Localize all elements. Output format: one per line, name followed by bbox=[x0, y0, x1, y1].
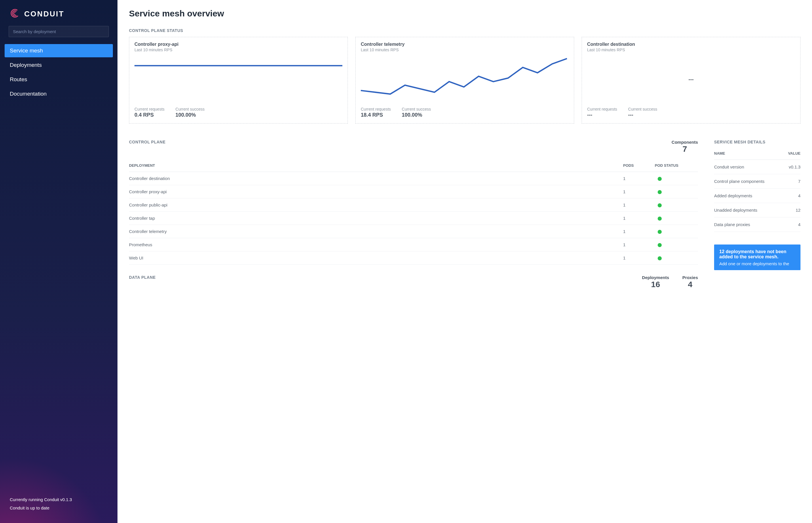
pods-count: 1 bbox=[623, 224, 655, 238]
pods-count: 1 bbox=[623, 211, 655, 224]
pods-count: 1 bbox=[623, 172, 655, 185]
sparkline-chart bbox=[134, 55, 343, 105]
notice-toast[interactable]: 12 deployments have not been added to th… bbox=[714, 245, 800, 270]
pod-status bbox=[655, 172, 698, 185]
table-row: Control plane components7 bbox=[714, 174, 800, 188]
status-card-telemetry: Controller telemetry Last 10 minutes RPS… bbox=[355, 37, 574, 124]
success-label: Current success bbox=[628, 107, 657, 111]
detail-value: 12 bbox=[769, 203, 800, 217]
details-heading: SERVICE MESH DETAILS bbox=[714, 140, 800, 144]
deployments-value: 16 bbox=[642, 280, 669, 289]
detail-name: Unadded deployments bbox=[714, 203, 769, 217]
sidebar-item-routes[interactable]: Routes bbox=[5, 73, 113, 86]
components-label: Components bbox=[671, 140, 698, 145]
card-subtitle: Last 10 minutes RPS bbox=[587, 48, 795, 52]
success-value: 100.00% bbox=[402, 112, 431, 118]
sidebar-item-deployments[interactable]: Deployments bbox=[5, 58, 113, 72]
detail-name: Control plane components bbox=[714, 174, 769, 188]
requests-value: 18.4 RPS bbox=[361, 112, 391, 118]
details-table: NAME VALUE Conduit versionv0.1.3Control … bbox=[714, 148, 800, 232]
col-name: NAME bbox=[714, 148, 769, 160]
components-value: 7 bbox=[671, 145, 698, 154]
deployments-label: Deployments bbox=[642, 275, 669, 280]
col-value: VALUE bbox=[769, 148, 800, 160]
deployment-name: Prometheus bbox=[129, 238, 623, 251]
toast-title: 12 deployments have not been added to th… bbox=[719, 249, 795, 259]
status-card-proxy-api: Controller proxy-api Last 10 minutes RPS… bbox=[129, 37, 348, 124]
table-row[interactable]: Web UI1 bbox=[129, 251, 698, 264]
status-dot-icon bbox=[658, 177, 662, 181]
pod-status bbox=[655, 238, 698, 251]
table-row[interactable]: Controller destination1 bbox=[129, 172, 698, 185]
deployment-name: Web UI bbox=[129, 251, 623, 264]
deployment-name: Controller public-api bbox=[129, 198, 623, 211]
requests-label: Current requests bbox=[587, 107, 617, 111]
status-dot-icon bbox=[658, 217, 662, 221]
col-deployment: DEPLOYMENT bbox=[129, 160, 623, 172]
brand: CONDUIT bbox=[0, 8, 117, 26]
detail-value: 4 bbox=[769, 188, 800, 203]
control-plane-table: DEPLOYMENT PODS POD STATUS Controller de… bbox=[129, 160, 698, 265]
pods-count: 1 bbox=[623, 185, 655, 198]
update-status-text: Conduit is up to date bbox=[10, 504, 108, 512]
sidebar-footer: Currently running Conduit v0.1.3 Conduit… bbox=[0, 495, 117, 515]
svg-point-2 bbox=[13, 12, 17, 15]
status-dot-icon bbox=[658, 203, 662, 208]
pods-count: 1 bbox=[623, 238, 655, 251]
table-row: Data plane proxies4 bbox=[714, 217, 800, 232]
deployment-name: Controller tap bbox=[129, 211, 623, 224]
main-content: Service mesh overview CONTROL PLANE STAT… bbox=[117, 0, 812, 523]
requests-label: Current requests bbox=[361, 107, 391, 111]
requests-value: 0.4 RPS bbox=[134, 112, 164, 118]
version-text: Currently running Conduit v0.1.3 bbox=[10, 495, 108, 504]
card-subtitle: Last 10 minutes RPS bbox=[361, 48, 569, 52]
table-row[interactable]: Controller tap1 bbox=[129, 211, 698, 224]
table-row[interactable]: Controller proxy-api1 bbox=[129, 185, 698, 198]
toast-body: Add one or more deployments to the bbox=[719, 261, 795, 266]
table-row[interactable]: Controller public-api1 bbox=[129, 198, 698, 211]
detail-name: Added deployments bbox=[714, 188, 769, 203]
pod-status bbox=[655, 211, 698, 224]
data-plane-header: DATA PLANE Deployments 16 Proxies 4 bbox=[129, 275, 698, 289]
sidebar-item-service-mesh[interactable]: Service mesh bbox=[5, 44, 113, 57]
success-label: Current success bbox=[402, 107, 431, 111]
success-value: --- bbox=[628, 112, 657, 118]
sidebar-item-documentation[interactable]: Documentation bbox=[5, 87, 113, 101]
control-plane-status-heading: CONTROL PLANE STATUS bbox=[129, 28, 800, 33]
pods-count: 1 bbox=[623, 198, 655, 211]
card-subtitle: Last 10 minutes RPS bbox=[134, 48, 343, 52]
sparkline-chart bbox=[361, 55, 569, 105]
detail-name: Data plane proxies bbox=[714, 217, 769, 232]
search-container bbox=[8, 26, 109, 37]
card-title: Controller destination bbox=[587, 42, 795, 47]
control-plane-header: CONTROL PLANE Components 7 bbox=[129, 140, 698, 154]
table-row[interactable]: Prometheus1 bbox=[129, 238, 698, 251]
pods-count: 1 bbox=[623, 251, 655, 264]
detail-value: 4 bbox=[769, 217, 800, 232]
deployment-name: Controller destination bbox=[129, 172, 623, 185]
data-plane-heading: DATA PLANE bbox=[129, 275, 156, 279]
requests-value: --- bbox=[587, 112, 617, 118]
proxies-label: Proxies bbox=[682, 275, 698, 280]
table-row: Conduit versionv0.1.3 bbox=[714, 160, 800, 174]
no-data-placeholder: --- bbox=[587, 52, 795, 107]
sidebar: CONDUIT Service mesh Deployments Routes … bbox=[0, 0, 117, 523]
status-card-destination: Controller destination Last 10 minutes R… bbox=[582, 37, 800, 124]
brand-name: CONDUIT bbox=[24, 10, 64, 18]
search-input[interactable] bbox=[8, 26, 109, 37]
table-row: Added deployments4 bbox=[714, 188, 800, 203]
card-title: Controller proxy-api bbox=[134, 42, 343, 47]
status-dot-icon bbox=[658, 243, 662, 247]
page-title: Service mesh overview bbox=[129, 8, 800, 18]
table-row[interactable]: Controller telemetry1 bbox=[129, 224, 698, 238]
pod-status bbox=[655, 198, 698, 211]
status-dot-icon bbox=[658, 230, 662, 234]
control-plane-heading: CONTROL PLANE bbox=[129, 140, 166, 144]
pod-status bbox=[655, 224, 698, 238]
success-value: 100.00% bbox=[176, 112, 204, 118]
pod-status bbox=[655, 251, 698, 264]
proxies-count: Proxies 4 bbox=[682, 275, 698, 289]
pod-status bbox=[655, 185, 698, 198]
conduit-logo-icon bbox=[10, 8, 20, 20]
success-label: Current success bbox=[176, 107, 204, 111]
